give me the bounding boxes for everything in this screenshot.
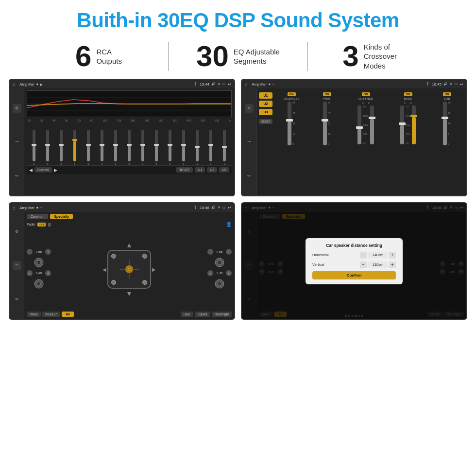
- db-plus-br[interactable]: +: [226, 270, 232, 276]
- vertical-value[interactable]: 110cm: [368, 261, 388, 268]
- cutfreq-label: CUT FREQ: [358, 97, 374, 100]
- x-icon-1[interactable]: ✕: [218, 82, 221, 86]
- custom-btn[interactable]: Custom: [34, 167, 52, 173]
- user-icon: 👤: [226, 222, 232, 227]
- eq-main: 2532405063 80100125160200 25032040050063…: [24, 88, 234, 195]
- db-minus-bl[interactable]: −: [27, 270, 33, 276]
- left-arrow[interactable]: ◀: [102, 267, 106, 272]
- eq-wave-icon[interactable]: 〜: [13, 138, 21, 146]
- speaker-br-icon: [214, 278, 225, 290]
- speaker-tr-icon: [214, 257, 225, 268]
- loudness-slider-l[interactable]: [288, 102, 291, 145]
- bass-slider-g[interactable]: [412, 105, 416, 144]
- vertical-plus-btn[interactable]: +: [389, 261, 396, 268]
- horizontal-plus-btn[interactable]: +: [389, 252, 396, 259]
- screen2-time: 10:45: [432, 82, 442, 87]
- back-icon-3[interactable]: ↩: [228, 206, 231, 210]
- right-arrow[interactable]: ▶: [152, 267, 156, 272]
- specialty-tab[interactable]: Specialty: [50, 214, 73, 219]
- user-btn[interactable]: User: [181, 312, 193, 317]
- x-icon-2[interactable]: ✕: [450, 82, 453, 86]
- common-tab[interactable]: Common: [27, 214, 48, 219]
- db-minus-tl[interactable]: −: [27, 249, 33, 255]
- u1-btn-1[interactable]: U1: [195, 167, 205, 173]
- home-icon-1[interactable]: ⌂: [13, 82, 16, 87]
- db-val-tl: 0 dB: [34, 250, 44, 253]
- speaker-corner-br: [142, 280, 147, 285]
- play-prev-btn[interactable]: ◀: [29, 168, 33, 173]
- up-arrow[interactable]: ▲: [126, 241, 133, 249]
- fader-wave-icon[interactable]: 〜: [13, 261, 21, 270]
- confirm-button[interactable]: Confirm: [312, 271, 396, 279]
- u1-btn[interactable]: U1: [259, 92, 272, 99]
- crosshair-icon: [119, 260, 139, 279]
- driver-btn[interactable]: Driver: [27, 312, 41, 317]
- phat-toggle[interactable]: ON: [323, 92, 331, 96]
- loudness-toggle[interactable]: ON: [288, 92, 296, 96]
- home-icon-2[interactable]: ⌂: [245, 82, 248, 87]
- fader-tabs: Common Specialty: [27, 214, 232, 219]
- db-row-bl: − 0 dB +: [27, 270, 51, 276]
- u3-btn[interactable]: U3: [259, 109, 272, 115]
- fader-on-btn[interactable]: ON: [37, 223, 46, 226]
- db-plus-tl[interactable]: +: [45, 249, 51, 255]
- back-icon-2[interactable]: ↩: [460, 82, 463, 87]
- play-next-btn[interactable]: ▶: [54, 168, 57, 173]
- db-minus-tr[interactable]: −: [207, 249, 213, 255]
- loudness-label: LOUDNESS: [283, 97, 299, 100]
- speaker-corner-tl: [111, 254, 116, 259]
- horizontal-input: − 140cm +: [360, 252, 396, 259]
- left-vol: − 0 dB + − 0 dB: [27, 229, 51, 310]
- horizontal-minus-btn[interactable]: −: [360, 252, 367, 259]
- down-arrow[interactable]: ▼: [126, 290, 133, 297]
- back-icon-1[interactable]: ↩: [228, 82, 231, 87]
- copilot-btn[interactable]: Copilot: [195, 312, 210, 317]
- cutfreq-toggle[interactable]: ON: [362, 92, 370, 96]
- fader-settings-icon[interactable]: ⚙: [13, 227, 21, 236]
- db-plus-tr[interactable]: +: [226, 249, 232, 255]
- rearleft-btn[interactable]: RearLeft: [42, 312, 60, 317]
- all-btn[interactable]: All: [62, 312, 73, 317]
- dot-icon-3: ●: [40, 206, 42, 209]
- u2-btn-1[interactable]: U2: [207, 167, 217, 173]
- stat-rca: 6 RCAOutputs: [29, 42, 168, 71]
- horizontal-value[interactable]: 140cm: [368, 252, 388, 258]
- fader-balance-icon[interactable]: ⇔: [13, 295, 21, 303]
- amp-balance-icon[interactable]: ⇔: [245, 171, 254, 180]
- svg-point-12: [218, 261, 221, 264]
- window-icon-2[interactable]: ▭: [455, 82, 458, 86]
- eq-slider-3: 5: [68, 130, 81, 165]
- dialog-vertical-row: Vertical − 110cm +: [312, 261, 396, 268]
- cutfreq-slider-f[interactable]: [370, 105, 374, 144]
- home-icon-3[interactable]: ⌂: [13, 205, 16, 210]
- rearright-btn[interactable]: RearRight: [212, 312, 232, 317]
- phat-slider[interactable]: [323, 102, 327, 145]
- sub-toggle[interactable]: ON: [443, 92, 451, 96]
- eq-settings-icon[interactable]: ⚙: [13, 104, 21, 113]
- x-icon-3[interactable]: ✕: [218, 206, 221, 209]
- window-icon-3[interactable]: ▭: [222, 206, 226, 209]
- window-icon-1[interactable]: ▭: [222, 82, 226, 86]
- bass-toggle[interactable]: ON: [404, 92, 412, 96]
- eq-balance-icon[interactable]: ⇔: [13, 171, 21, 180]
- rca-number: 6: [75, 42, 91, 71]
- eq-graph: [27, 90, 232, 117]
- bass-slider-f[interactable]: [400, 105, 404, 144]
- screen3-time: 10:46: [200, 206, 209, 210]
- amp-wave-icon[interactable]: 〜: [245, 138, 254, 146]
- speaker-corner-tr: [142, 254, 147, 259]
- svg-point-6: [37, 282, 41, 286]
- reset-btn-2[interactable]: RESET: [259, 119, 272, 124]
- right-vol: − 0 dB + − 0 dB: [207, 229, 232, 310]
- db-plus-bl[interactable]: +: [45, 270, 51, 276]
- u-selector: U1 U2 U3 RESET: [259, 90, 272, 193]
- reset-btn-1[interactable]: RESET: [176, 167, 193, 173]
- sub-slider[interactable]: [443, 102, 447, 145]
- cutfreq-slider-g[interactable]: [357, 105, 361, 144]
- eq-freq-labels: 2532405063 80100125160200 25032040050063…: [27, 119, 232, 122]
- amp-settings-icon[interactable]: ⚙: [245, 104, 254, 113]
- u2-btn[interactable]: U2: [259, 101, 272, 107]
- db-minus-br[interactable]: −: [207, 270, 213, 276]
- u3-btn-1[interactable]: U3: [219, 167, 229, 173]
- vertical-minus-btn[interactable]: −: [360, 261, 367, 268]
